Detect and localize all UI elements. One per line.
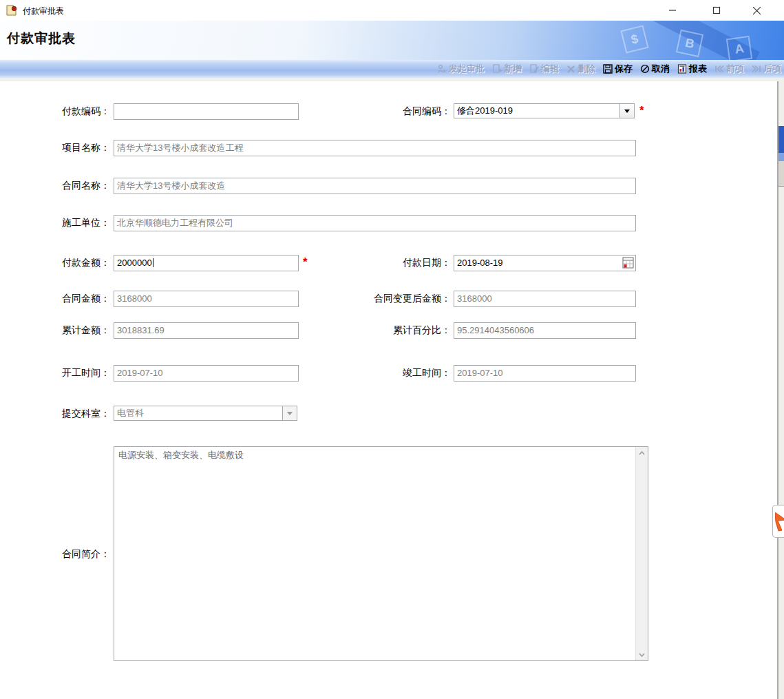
contract-code-dropdown-button[interactable] xyxy=(619,104,634,118)
deco-letter-block-b: B xyxy=(676,30,703,57)
close-icon xyxy=(752,6,761,15)
add-button: 新增 xyxy=(492,63,522,75)
contract-name-label: 合同名称： xyxy=(21,180,110,192)
initiate-approval-icon xyxy=(437,64,447,74)
department-label: 提交科室： xyxy=(21,408,110,420)
contract-summary-label: 合同简介： xyxy=(21,548,110,561)
start-date-input: 2019-07-10 xyxy=(114,365,299,382)
report-button[interactable]: 报表 xyxy=(677,63,707,75)
edit-record-icon xyxy=(529,64,539,74)
edit-label: 编辑 xyxy=(541,63,559,75)
header-decoration: $ B A xyxy=(605,21,784,60)
cancel-button[interactable]: 取消 xyxy=(640,63,670,75)
memo-scrollbar[interactable] xyxy=(635,447,648,660)
completion-date-label: 竣工时间： xyxy=(289,367,451,379)
project-name-input: 清华大学13号楼小成套改造工程 xyxy=(114,140,636,156)
page-title: 付款审批表 xyxy=(7,30,76,48)
delete-button: 删除 xyxy=(566,63,595,75)
orange-arrow-icon xyxy=(775,511,784,532)
add-label: 新增 xyxy=(504,63,522,75)
close-button[interactable] xyxy=(739,0,774,21)
calendar-icon[interactable] xyxy=(622,257,634,269)
contract-amount-after-change-input: 3168000 xyxy=(454,291,636,307)
initiate-approval-button: 发起审批 xyxy=(437,63,485,75)
payment-amount-value: 2000000 xyxy=(117,258,152,268)
contract-amount-input: 3168000 xyxy=(114,291,299,307)
text-caret xyxy=(153,258,153,267)
payment-amount-input[interactable]: 2000000 xyxy=(114,255,299,271)
toolbar: 发起审批 新增 编辑 删除 保存 取消 xyxy=(0,60,784,78)
completion-date-input: 2019-07-10 xyxy=(454,365,636,382)
payment-date-input[interactable]: 2019-08-19 xyxy=(454,255,636,271)
contract-code-label: 合同编码： xyxy=(289,105,451,118)
background-fragment xyxy=(778,126,784,153)
department-dropdown-button xyxy=(282,406,297,420)
payment-approval-form: 付款编码： 合同编码： 修合2019-019 * 项目名称： 清华大学13号楼小… xyxy=(0,81,777,699)
edit-button: 编辑 xyxy=(529,63,559,75)
previous-item-icon xyxy=(714,65,724,73)
payment-code-label: 付款编码： xyxy=(21,105,110,118)
scroll-down-button[interactable] xyxy=(636,649,648,660)
chevron-down-icon xyxy=(287,412,293,415)
report-label: 报表 xyxy=(689,63,707,75)
contract-code-value: 修合2019-019 xyxy=(454,104,619,118)
initiate-approval-label: 发起审批 xyxy=(449,63,485,75)
save-disk-icon xyxy=(603,64,613,74)
delete-x-icon xyxy=(566,65,575,74)
chevron-down-icon xyxy=(624,109,630,113)
payment-amount-label: 付款金额： xyxy=(21,257,110,269)
contract-amount-label: 合同金额： xyxy=(21,293,110,305)
department-value: 电管科 xyxy=(114,406,282,420)
start-date-label: 开工时间： xyxy=(21,367,110,379)
accumulated-percentage-input: 95.2914043560606 xyxy=(454,322,636,339)
background-window-sliver xyxy=(778,81,784,699)
contract-name-input: 清华大学13号楼小成套改造 xyxy=(114,178,636,194)
maximize-button[interactable] xyxy=(699,0,734,21)
payment-date-value: 2019-08-19 xyxy=(457,258,503,268)
scroll-up-button[interactable] xyxy=(636,447,648,459)
maximize-icon xyxy=(712,6,721,14)
construction-unit-input: 北京华顺德电力工程有限公司 xyxy=(114,215,636,231)
next-item-icon xyxy=(752,65,761,73)
deco-letter-block-a: A xyxy=(726,36,752,60)
previous-item-label: 前项 xyxy=(726,63,744,75)
required-asterisk: * xyxy=(639,104,644,118)
minimize-icon xyxy=(668,6,677,14)
minimize-button[interactable] xyxy=(655,0,690,21)
project-name-label: 项目名称： xyxy=(21,142,110,154)
window-title: 付款审批表 xyxy=(23,6,64,17)
contract-code-combobox[interactable]: 修合2019-019 xyxy=(454,103,635,118)
deco-dollar-block: $ xyxy=(620,25,648,53)
payment-date-label: 付款日期： xyxy=(289,257,451,269)
delete-label: 删除 xyxy=(578,63,595,75)
document-icon xyxy=(6,4,18,17)
save-label: 保存 xyxy=(615,63,633,75)
cancel-circle-icon xyxy=(640,64,650,74)
previous-item-button: 前项 xyxy=(714,63,744,75)
contract-summary-value: 电源安装、箱变安装、电缆敷设 xyxy=(114,447,636,660)
accumulated-percentage-label: 累计百分比： xyxy=(289,324,451,337)
next-item-button: 后项 xyxy=(752,63,781,75)
chevron-up-icon xyxy=(639,451,645,455)
accumulated-amount-input: 3018831.69 xyxy=(114,322,299,339)
form-header: $ B A 付款审批表 xyxy=(0,21,784,60)
report-icon xyxy=(677,64,687,74)
save-button[interactable]: 保存 xyxy=(603,63,633,75)
next-item-label: 后项 xyxy=(763,63,781,75)
slide-out-handle[interactable] xyxy=(772,505,784,538)
department-combobox: 电管科 xyxy=(114,406,297,421)
payment-code-input[interactable] xyxy=(114,103,299,120)
background-fragment xyxy=(778,160,784,187)
contract-amount-after-change-label: 合同变更后金额： xyxy=(289,293,451,305)
chevron-down-icon xyxy=(639,653,645,657)
construction-unit-label: 施工单位： xyxy=(21,217,110,229)
cancel-label: 取消 xyxy=(652,63,670,75)
contract-summary-textarea[interactable]: 电源安装、箱变安装、电缆敷设 xyxy=(114,446,648,661)
accumulated-amount-label: 累计金额： xyxy=(21,324,110,337)
new-record-icon xyxy=(492,64,502,74)
window-titlebar: 付款审批表 xyxy=(0,0,784,21)
